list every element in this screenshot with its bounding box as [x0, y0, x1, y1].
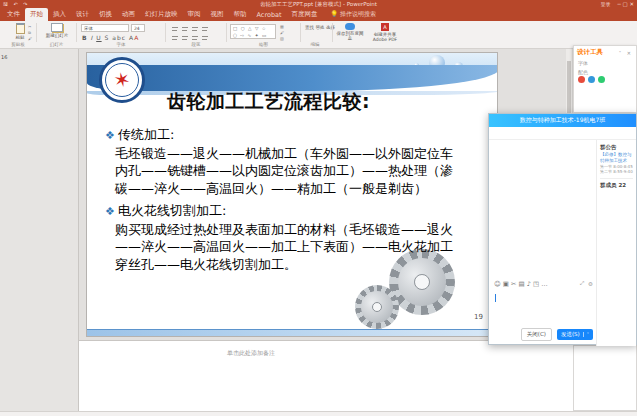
group-members-header: 群成员 22 [600, 182, 633, 189]
chat-window-title[interactable]: 数控与特种加工技术-19机电7班 [489, 114, 636, 127]
window-title: 齿轮加工工艺PPT.ppt [兼容模式] - PowerPoint [0, 1, 637, 8]
notes-pane[interactable]: 单击此处添加备注 [79, 340, 600, 411]
diamond-bullet-icon: ❖ [105, 205, 115, 218]
settings-icon[interactable]: ⚙ [588, 281, 593, 287]
ribbon-tab-帮助[interactable]: 帮助 [229, 8, 252, 21]
ribbon-tab-文件[interactable]: 文件 [2, 8, 25, 21]
group-label-paragraph: 段落 [166, 42, 226, 47]
chat-side-panel: 群公告 【必修】数控与特种加工技术 第一节 8:00-8:45 第二节 8:55… [596, 140, 636, 346]
shapes-gallery[interactable]: □ ○ △ ▽ ☆ ⬠ ⇨ ∿ ✦ ▭ ◇ ⬡ [230, 24, 276, 39]
new-slide-button[interactable]: 新建幻灯片 [40, 23, 74, 38]
chat-input-toolbar: ☺ ▣ ✂ ▤ ♪ ◳ … ⤢ ⚙ [489, 278, 598, 289]
ribbon-tab-切换[interactable]: 切换 [94, 8, 117, 21]
slide-thumbnail-panel: 16 [0, 49, 79, 416]
group-label-drawing: 绘图 [227, 42, 300, 47]
chat-send-button[interactable]: 发送(S)˅ [557, 329, 593, 340]
group-label-slides: 幻灯片 [37, 42, 76, 47]
font-size-box[interactable]: 24 [131, 24, 145, 32]
paragraph-buttons[interactable] [170, 25, 209, 42]
chat-input-field[interactable] [489, 290, 598, 322]
group-label-font: 字体 [77, 42, 165, 47]
slide-wave-band [87, 65, 498, 91]
swatch-green[interactable] [598, 76, 605, 83]
gear-image-small [355, 285, 399, 329]
ribbon-tab-插入[interactable]: 插入 [48, 8, 71, 21]
design-section-font: 字体 [574, 59, 636, 66]
notes-placeholder: 单击此处添加备注 [227, 349, 275, 358]
slide-title[interactable]: 齿轮加工工艺流程比较: [167, 89, 370, 115]
send-dropdown-icon[interactable]: ˅ [583, 332, 589, 337]
new-slide-icon [51, 23, 63, 32]
ribbon-tab-视图[interactable]: 视图 [206, 8, 229, 21]
bullet-heading: ❖电火花线切割加工: [105, 202, 457, 220]
slide-page-number: 19 [474, 313, 483, 321]
diamond-bullet-icon: ❖ [105, 129, 115, 142]
baidu-save-button[interactable]: 保存到百度网盘 [335, 23, 365, 41]
paragraph: 购买现成经过热处理及表面加工的材料（毛坯锻造——退火——淬火——高温回火——加工… [105, 221, 457, 273]
ribbon-tab-幻灯片放映[interactable]: 幻灯片放映 [140, 8, 183, 21]
design-tools-panel: 设计工具 ˅ ✕ 字体 配色 [573, 45, 637, 113]
text-caret [495, 294, 496, 302]
slide-number: 16 [1, 54, 7, 60]
bullet-heading: ❖传统加工: [105, 126, 457, 144]
chat-close-button[interactable]: 关闭(C) [521, 328, 552, 341]
status-bar [0, 411, 637, 416]
paragraph: 毛坯锻造——退火——机械加工（车外圆——以外圆定位车内孔——铣键槽——以内圆定位… [105, 145, 457, 197]
color-swatches[interactable] [574, 75, 636, 84]
arrange-quickstyle-buttons[interactable]: ▦🖌▧ [280, 24, 284, 42]
group-announcement-header: 群公告 [600, 144, 633, 151]
design-panel-title: 设计工具 [577, 48, 619, 57]
announcement-line: 第二节 8:55-9:40 [600, 169, 633, 175]
ribbon-tab-百度网盘[interactable]: 百度网盘 [287, 8, 323, 21]
slide-body-text[interactable]: ❖传统加工: 毛坯锻造——退火——机械加工（车外圆——以外圆定位车内孔——铣键槽… [105, 121, 457, 273]
font-style-buttons[interactable]: B I U S abc AA [82, 34, 139, 41]
baidu-cloud-icon [345, 23, 355, 30]
group-label-clipboard: 剪贴板 [0, 42, 36, 47]
ribbon-tab-设计[interactable]: 设计 [71, 8, 94, 21]
login-button[interactable]: 登录 [600, 1, 610, 7]
ribbon-tab-动画[interactable]: 动画 [117, 8, 140, 21]
group-announcement-link[interactable]: 【必修】数控与特种加工技术 [600, 152, 633, 164]
powerpoint-window: 🖫 ↶ ↷ 齿轮加工工艺PPT.ppt [兼容模式] - PowerPoint … [0, 0, 637, 416]
ribbon-tab-开始[interactable]: 开始 [25, 8, 48, 21]
ribbon-tab-bar: 文件开始插入设计切换动画幻灯片放映审阅视图帮助Acrobat百度网盘💡 操作说明… [0, 9, 637, 21]
adobe-pdf-button[interactable]: A 创建并共享 Adobe PDF [368, 23, 402, 42]
chat-tab-bar [489, 127, 636, 140]
design-panel-controls[interactable]: ˅ ✕ [619, 50, 633, 56]
chat-message-area[interactable] [489, 140, 598, 278]
paste-icon [16, 23, 25, 34]
emoji-image-screenshot-file-icons[interactable]: ☺ ▣ ✂ ▤ ♪ ◳ … [494, 280, 548, 288]
dingtalk-chat-window: 数控与特种加工技术-19机电7班 ☺ ▣ ✂ ▤ ♪ ◳ … ⤢ ⚙ 关闭(C)… [488, 113, 637, 345]
swatch-blue[interactable] [588, 76, 595, 83]
window-controls[interactable]: ─ ▢ ✕ [617, 1, 634, 7]
design-section-color: 配色 [574, 68, 636, 75]
ribbon-tab-审阅[interactable]: 审阅 [183, 8, 206, 21]
tell-me-search[interactable]: 💡 操作说明搜索 [331, 10, 376, 21]
adobe-pdf-icon: A [381, 23, 389, 31]
ribbon-tab-Acrobat[interactable]: Acrobat [252, 9, 287, 21]
swatch-red[interactable] [578, 76, 585, 83]
clipboard-small-buttons[interactable]: ✂⧉🖌 [28, 24, 32, 42]
editing-buttons[interactable]: 查找 替换 选择 [305, 24, 335, 31]
ribbon: 粘贴 ✂⧉🖌 剪贴板 新建幻灯片 幻灯片 宋体 24 B I U S abc A… [0, 21, 637, 49]
design-tools-panel-bottom [573, 345, 637, 411]
slide-editor[interactable]: ✶ 齿轮加工工艺流程比较: ❖传统加工: 毛坯锻造——退火——机械加工（车外圆—… [86, 52, 498, 337]
expand-icon[interactable]: ⤢ [580, 280, 584, 287]
school-logo: ✶ [99, 57, 145, 103]
font-name-box[interactable]: 宋体 [81, 24, 129, 32]
group-label-editing: 编辑 [298, 42, 332, 47]
slide-bottom-band [87, 329, 498, 337]
